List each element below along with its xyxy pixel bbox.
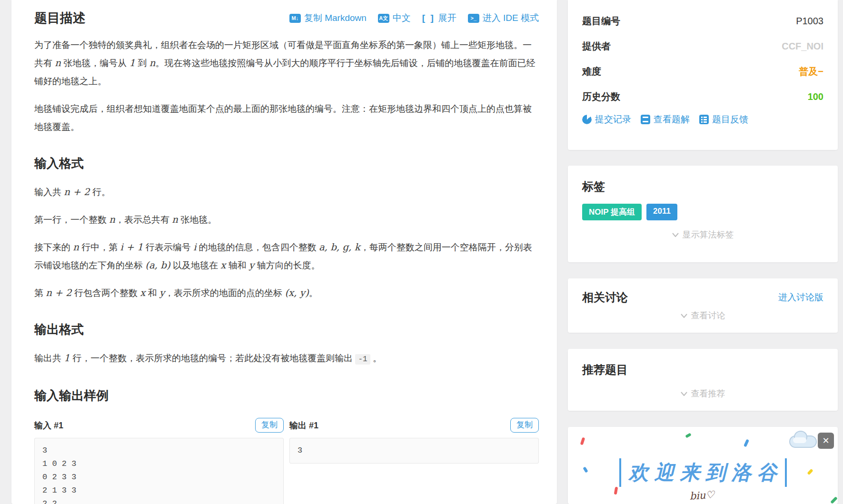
problem-content-panel: 题目描述 M↓ 复制 Markdown A文 中文 [ ] 展开 >_ 进入 I…	[11, 0, 557, 504]
tag-noip-tigaozu[interactable]: NOIP 提高组	[582, 204, 642, 220]
ad-banner[interactable]: ✕ 欢迎来到洛谷 biu♡	[568, 427, 838, 504]
sample-output-column: 输出 #1 复制 3	[289, 417, 539, 504]
tag-row: NOIP 提高组 2011	[582, 204, 823, 220]
sample-output-label: 输出 #1	[289, 420, 318, 431]
view-solutions-link[interactable]: 查看题解	[641, 113, 690, 126]
section-heading-input-format: 输入格式	[34, 155, 539, 172]
copy-markdown-label: 复制 Markdown	[304, 12, 367, 24]
input-format-paragraph: 第 n + 2 行包含两个整数 x 和 y，表示所求的地面的点的坐标 (x, y…	[34, 284, 539, 302]
confetti-decoration	[580, 437, 585, 445]
translate-icon: A文	[378, 14, 389, 23]
feedback-list-icon	[699, 115, 709, 124]
confetti-decoration	[614, 487, 618, 495]
discussion-card: 相关讨论 进入讨论版 查看讨论	[568, 278, 838, 333]
show-algorithm-tags-label: 显示算法标签	[683, 229, 734, 240]
copy-output-button[interactable]: 复制	[510, 418, 539, 432]
copy-markdown-button[interactable]: M↓ 复制 Markdown	[289, 12, 367, 24]
input-format-paragraph: 接下来的 n 行中，第 i + 1 行表示编号 i 的地毯的信息，包含四个整数 …	[34, 238, 539, 275]
problem-feedback-link[interactable]: 题目反馈	[699, 113, 748, 126]
confetti-decoration	[744, 439, 749, 447]
info-row-provider: 提供者 CCF_NOI	[582, 38, 823, 55]
chevron-down-icon	[681, 392, 687, 396]
page-title: 题目描述	[34, 10, 86, 27]
sample-input-label: 输入 #1	[34, 420, 63, 431]
view-recommendations-toggle[interactable]: 查看推荐	[582, 388, 823, 399]
confetti-decoration	[685, 433, 691, 438]
problem-id-value: P1003	[796, 16, 823, 27]
cloud-illustration	[789, 435, 817, 448]
submission-records-link[interactable]: 提交记录	[582, 113, 631, 126]
sample-io-area: 输入 #1 复制 3 1 0 2 3 0 2 3 3 2 1 3 3 2 2 输…	[34, 417, 539, 504]
language-label: 中文	[393, 12, 411, 24]
difficulty-label: 难度	[582, 65, 601, 78]
section-heading-samples: 输入输出样例	[34, 387, 539, 404]
input-format-paragraph: 输入共 n + 2 行。	[34, 183, 539, 201]
view-recommendations-label: 查看推荐	[691, 388, 725, 399]
problem-id-label: 题目编号	[582, 15, 620, 28]
info-row-score: 历史分数 100	[582, 88, 823, 105]
sample-input-code: 3 1 0 2 3 0 2 3 3 2 1 3 3 2 2	[34, 438, 284, 504]
show-algorithm-tags-toggle[interactable]: 显示算法标签	[582, 229, 823, 240]
info-links-row: 提交记录 查看题解 题目反馈	[582, 113, 823, 126]
markdown-icon: M↓	[289, 14, 301, 23]
description-paragraph: 为了准备一个独特的颁奖典礼，组织者在会场的一片矩形区域（可看做是平面直角坐标系的…	[34, 36, 539, 90]
pie-chart-icon	[582, 115, 592, 124]
recommended-problems-card: 推荐题目 查看推荐	[568, 349, 838, 411]
difficulty-value: 普及−	[799, 65, 823, 78]
sample-output-code: 3	[289, 438, 539, 464]
sidebar: 题目编号 P1003 提供者 CCF_NOI 难度 普及− 历史分数 100 提…	[568, 0, 838, 504]
confetti-decoration	[807, 469, 813, 475]
enter-discussion-board-link[interactable]: 进入讨论版	[778, 291, 823, 304]
ad-close-button[interactable]: ✕	[818, 433, 834, 449]
section-heading-output-format: 输出格式	[34, 321, 539, 338]
discussion-heading: 相关讨论	[582, 290, 628, 305]
terminal-icon: >_	[468, 14, 479, 23]
history-score-value: 100	[808, 91, 823, 102]
copy-input-button[interactable]: 复制	[255, 418, 284, 432]
expand-label: 展开	[438, 12, 456, 24]
book-icon	[641, 115, 650, 124]
expand-button[interactable]: [ ] 展开	[422, 12, 456, 24]
ad-welcome-text: 欢迎来到洛谷	[619, 458, 787, 487]
problem-statement: 为了准备一个独特的颁奖典礼，组织者在会场的一片矩形区域（可看做是平面直角坐标系的…	[34, 36, 539, 404]
sample-input-column: 输入 #1 复制 3 1 0 2 3 0 2 3 3 2 1 3 3 2 2	[34, 417, 284, 504]
view-solutions-label: 查看题解	[654, 113, 690, 126]
provider-label: 提供者	[582, 40, 611, 53]
confetti-decoration	[830, 496, 838, 504]
description-paragraph: 地毯铺设完成后，组织者想知道覆盖地面某个点的最上面的那张地毯的编号。注意：在矩形…	[34, 100, 539, 136]
info-row-problem-id: 题目编号 P1003	[582, 12, 823, 30]
recommended-heading: 推荐题目	[582, 362, 823, 377]
enter-ide-button[interactable]: >_ 进入 IDE 模式	[468, 12, 539, 24]
chevron-down-icon	[681, 314, 687, 318]
tags-card: 标签 NOIP 提高组 2011 显示算法标签	[568, 166, 838, 262]
view-discussions-toggle[interactable]: 查看讨论	[582, 310, 823, 321]
confetti-decoration	[583, 466, 588, 473]
view-discussions-label: 查看讨论	[691, 310, 725, 321]
history-score-label: 历史分数	[582, 90, 620, 103]
tags-heading: 标签	[582, 179, 823, 194]
page: { "main": { "toolbar": { "copy_markdown"…	[0, 0, 843, 504]
chevron-down-icon	[672, 233, 679, 237]
problem-info-card: 题目编号 P1003 提供者 CCF_NOI 难度 普及− 历史分数 100 提…	[568, 0, 838, 150]
ad-biu-text: biu♡	[689, 489, 714, 502]
problem-feedback-label: 题目反馈	[712, 113, 748, 126]
tag-2011[interactable]: 2011	[646, 204, 677, 220]
input-format-paragraph: 第一行，一个整数 n，表示总共有 n 张地毯。	[34, 211, 539, 229]
output-format-paragraph: 输出共 1 行，一个整数，表示所求的地毯的编号；若此处没有被地毯覆盖则输出 -1…	[34, 349, 539, 368]
enter-ide-label: 进入 IDE 模式	[483, 12, 539, 24]
submission-records-label: 提交记录	[595, 113, 631, 126]
info-row-difficulty: 难度 普及−	[582, 63, 823, 80]
provider-value: CCF_NOI	[782, 41, 823, 52]
problem-toolbar: M↓ 复制 Markdown A文 中文 [ ] 展开 >_ 进入 IDE 模式	[289, 12, 539, 24]
expand-icon: [ ]	[422, 13, 435, 23]
language-switch-button[interactable]: A文 中文	[378, 12, 411, 24]
